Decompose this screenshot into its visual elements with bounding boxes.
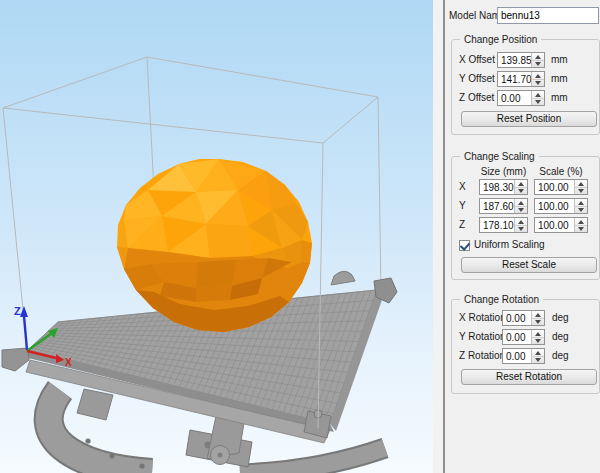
x-rotation-label: X Rotation (459, 310, 506, 326)
change-scaling-group: Change Scaling Size (mm) Scale (%) X 198… (451, 156, 600, 280)
z-offset-input[interactable]: 0.00 (497, 90, 545, 106)
size-column-header: Size (mm) (479, 165, 528, 178)
y-offset-label: Y Offset (459, 71, 495, 87)
y-size-spinner[interactable] (514, 199, 527, 213)
y-rotation-unit: deg (552, 329, 569, 345)
model-settings-panel: Model Name: Change Position X Offset 139… (445, 0, 600, 473)
y-rotation-label: Y Rotation (459, 329, 506, 345)
x-rotation-spinner[interactable] (531, 311, 544, 325)
y-rotation-spinner[interactable] (531, 330, 544, 344)
scale-x-axis-label: X (459, 179, 466, 195)
uniform-scaling-checkbox[interactable] (459, 240, 470, 251)
reset-rotation-button[interactable]: Reset Rotation (461, 369, 597, 385)
change-rotation-title: Change Rotation (460, 293, 543, 306)
z-offset-label: Z Offset (459, 90, 494, 106)
z-scale-spinner[interactable] (574, 218, 587, 232)
y-rotation-input[interactable]: 0.00 (502, 329, 545, 345)
z-scale-input[interactable]: 100.00 (534, 217, 588, 233)
z-size-spinner[interactable] (514, 218, 527, 232)
slicer-window: Z X (0, 0, 600, 473)
scale-z-axis-label: Z (459, 217, 465, 233)
y-offset-unit: mm (551, 71, 568, 87)
scale-column-header: Scale (%) (534, 165, 588, 178)
x-offset-input[interactable]: 139.85 (497, 52, 545, 68)
y-offset-spinner[interactable] (531, 72, 544, 86)
x-offset-label: X Offset (459, 52, 495, 68)
change-position-title: Change Position (460, 33, 541, 46)
x-axis-label: X (65, 357, 72, 368)
uniform-scaling-label[interactable]: Uniform Scaling (474, 238, 545, 252)
y-scale-input[interactable]: 100.00 (534, 198, 588, 214)
z-offset-unit: mm (551, 90, 568, 106)
change-scaling-title: Change Scaling (460, 150, 539, 163)
panel-splitter[interactable] (433, 0, 445, 473)
change-rotation-group: Change Rotation X Rotation 0.00 deg Y Ro… (451, 299, 600, 394)
z-rotation-input[interactable]: 0.00 (502, 348, 545, 364)
y-scale-spinner[interactable] (574, 199, 587, 213)
z-rotation-label: Z Rotation (459, 348, 505, 364)
z-size-input[interactable]: 178.10 (479, 217, 528, 233)
x-rotation-input[interactable]: 0.00 (502, 310, 545, 326)
reset-scale-button[interactable]: Reset Scale (461, 257, 597, 273)
y-size-input[interactable]: 187.60 (479, 198, 528, 214)
model-name-input[interactable] (497, 7, 599, 24)
x-scale-spinner[interactable] (574, 180, 587, 194)
z-rotation-unit: deg (552, 348, 569, 364)
change-position-group: Change Position X Offset 139.85 mm Y Off… (451, 39, 600, 135)
x-offset-unit: mm (551, 52, 568, 68)
scale-y-axis-label: Y (459, 198, 466, 214)
x-size-input[interactable]: 198.30 (479, 179, 528, 195)
z-offset-spinner[interactable] (531, 91, 544, 105)
reset-position-button[interactable]: Reset Position (461, 111, 597, 127)
x-scale-input[interactable]: 100.00 (534, 179, 588, 195)
viewport-3d[interactable]: Z X (0, 0, 433, 473)
x-size-spinner[interactable] (514, 180, 527, 194)
z-axis-label: Z (14, 305, 21, 317)
x-offset-spinner[interactable] (531, 53, 544, 67)
y-offset-input[interactable]: 141.70 (497, 71, 545, 87)
z-rotation-spinner[interactable] (531, 349, 544, 363)
x-rotation-unit: deg (552, 310, 569, 326)
